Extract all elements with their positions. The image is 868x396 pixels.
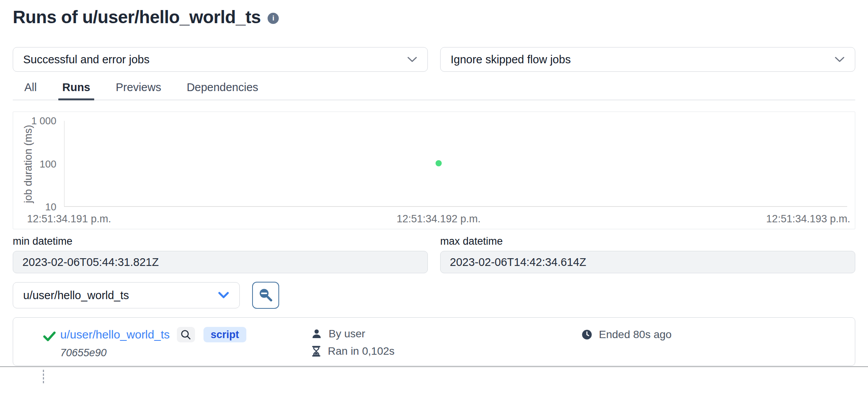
info-icon[interactable]: i <box>268 13 279 24</box>
run-ended: Ended 80s ago <box>581 328 671 341</box>
tab-runs[interactable]: Runs <box>61 81 92 100</box>
x-tick: 12:51:34.193 p.m. <box>576 213 850 225</box>
runs-duration-chart[interactable]: job duration (ms) 1 000 100 10 12:51:34.… <box>13 112 855 229</box>
success-check-icon <box>43 332 56 343</box>
run-meta: By user Ran in 0,102s <box>311 328 395 357</box>
max-datetime-field: max datetime <box>440 235 855 273</box>
tab-previews[interactable]: Previews <box>114 81 163 100</box>
x-tick: 12:51:34.192 p.m. <box>302 213 576 225</box>
x-axis-ticks: 12:51:34.191 p.m. 12:51:34.192 p.m. 12:5… <box>27 211 850 227</box>
max-datetime-input[interactable] <box>440 251 855 273</box>
run-data-point[interactable] <box>436 160 442 166</box>
script-path-value: u/user/hello_world_ts <box>23 289 129 302</box>
chart-plot-area <box>64 121 847 207</box>
tab-dependencies[interactable]: Dependencies <box>185 81 259 100</box>
clock-icon <box>581 329 592 340</box>
run-by-text: By user <box>329 328 365 340</box>
search-minus-icon <box>258 288 273 303</box>
tab-all[interactable]: All <box>23 81 38 100</box>
job-status-filter-select[interactable]: Successful and error jobs <box>13 47 428 72</box>
min-datetime-input[interactable] <box>13 251 428 273</box>
filter-row: Successful and error jobs Ignore skipped… <box>13 47 855 72</box>
run-main-info: u/user/hello_world_ts script 70655e90 <box>60 327 246 359</box>
run-ended-text: Ended 80s ago <box>599 328 671 341</box>
page-title: Runs of u/user/hello_world_ts <box>13 7 261 27</box>
hourglass-icon <box>311 345 321 357</box>
chevron-down-icon <box>407 56 417 63</box>
chevron-down-icon <box>834 56 845 63</box>
runs-page: Runs of u/user/hello_world_ts i Successf… <box>0 0 868 383</box>
run-path-link[interactable]: u/user/hello_world_ts <box>60 328 170 341</box>
skipped-flows-filter-select[interactable]: Ignore skipped flow jobs <box>440 47 855 72</box>
min-datetime-label: min datetime <box>13 235 428 247</box>
job-status-filter-value: Successful and error jobs <box>23 53 149 66</box>
path-filter-row: u/user/hello_world_ts <box>13 282 855 309</box>
timeline-now-marker <box>43 370 44 383</box>
y-axis-ticks: 1 000 100 10 <box>13 121 56 207</box>
search-button[interactable] <box>252 282 279 309</box>
user-icon <box>311 328 322 339</box>
script-path-select[interactable]: u/user/hello_world_ts <box>13 282 240 308</box>
run-duration-text: Ran in 0,102s <box>328 345 395 357</box>
magnifier-icon <box>180 329 191 340</box>
max-datetime-label: max datetime <box>440 235 855 247</box>
page-header: Runs of u/user/hello_world_ts i <box>13 6 855 28</box>
chevron-down-icon <box>218 291 229 299</box>
list-bottom-divider <box>0 366 868 367</box>
y-tick: 100 <box>40 158 56 170</box>
run-id: 70655e90 <box>60 347 246 359</box>
run-preview-button[interactable] <box>177 327 195 342</box>
min-datetime-field: min datetime <box>13 235 428 273</box>
run-list-item[interactable]: u/user/hello_world_ts script 70655e90 By… <box>13 317 855 366</box>
tab-bar: All Runs Previews Dependencies <box>13 81 855 100</box>
skipped-flows-filter-value: Ignore skipped flow jobs <box>451 53 571 66</box>
datetime-row: min datetime max datetime <box>13 235 855 273</box>
run-kind-badge: script <box>203 327 247 342</box>
y-tick: 1 000 <box>31 115 56 127</box>
x-tick: 12:51:34.191 p.m. <box>27 213 302 225</box>
